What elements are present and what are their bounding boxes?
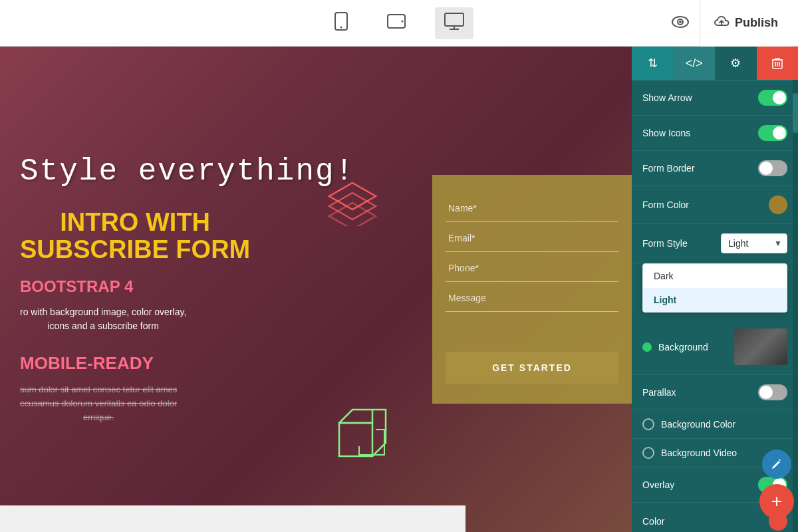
canvas-background: Style everything! INTRO WITH SUBSCRIBE F…	[0, 47, 632, 532]
desktop-view-button[interactable]	[435, 7, 473, 39]
form-border-label: Form Border	[642, 163, 695, 174]
message-field[interactable]	[446, 285, 618, 312]
svg-point-3	[402, 20, 404, 22]
form-color-label: Form Color	[642, 200, 689, 210]
settings-button[interactable]: ⚙	[715, 47, 757, 80]
parallax-row: Parallax	[632, 375, 798, 410]
show-arrow-row: Show Arrow	[632, 80, 798, 116]
dropdown-open-area: Dark Light	[632, 263, 798, 319]
code-button[interactable]: </>	[674, 47, 716, 80]
background-thumbnail[interactable]	[734, 329, 787, 365]
cloud-upload-icon	[714, 15, 730, 31]
dropdown-dark-option[interactable]: Dark	[643, 264, 787, 288]
form-color-swatch[interactable]	[769, 196, 787, 214]
svg-point-10	[679, 21, 682, 23]
delete-button[interactable]	[757, 47, 799, 80]
parallax-label: Parallax	[642, 387, 676, 398]
heading-style-everything: Style everything!	[20, 154, 354, 189]
device-toolbar	[325, 7, 473, 40]
form-style-row: Form Style Light Dark ▼	[632, 224, 798, 263]
color-label: Color	[642, 516, 664, 527]
header-right: Publish	[672, 0, 798, 47]
mobile-ready-label: MOBILE-READY	[20, 353, 154, 374]
overlay-label: Overlay	[642, 479, 674, 490]
subscribe-form: GET STARTED	[432, 175, 632, 404]
background-indicator	[642, 342, 652, 352]
publish-label: Publish	[735, 16, 778, 30]
panel-action-bar: ⇅ </> ⚙	[632, 47, 798, 80]
background-color-label: Background Color	[661, 419, 735, 430]
sort-button[interactable]: ⇅	[632, 47, 674, 80]
panel-scrollbar[interactable]	[793, 80, 798, 532]
email-field[interactable]	[446, 225, 618, 252]
publish-button[interactable]: Publish	[700, 0, 791, 47]
lorem-text: sum dolor sit amet consec tetur elit ame…	[20, 383, 177, 424]
layers-icon	[326, 180, 379, 229]
form-style-select-wrapper: Light Dark ▼	[721, 233, 787, 253]
box-icon	[332, 403, 392, 466]
canvas-content: Style everything! INTRO WITH SUBSCRIBE F…	[0, 47, 632, 532]
edit-fab-button[interactable]	[762, 450, 791, 479]
parallax-toggle[interactable]	[758, 384, 787, 400]
phone-field[interactable]	[446, 255, 618, 282]
form-style-dropdown: Dark Light	[642, 263, 787, 313]
form-color-row: Form Color	[632, 186, 798, 224]
background-color-row: Background Color	[632, 410, 798, 439]
bottom-bar	[0, 505, 466, 532]
settings-panel: ⇅ </> ⚙ Show Arrow	[632, 47, 798, 532]
bootstrap-label: BOOTSTRAP 4	[20, 277, 133, 296]
show-arrow-toggle[interactable]	[758, 90, 787, 106]
background-video-label: Background Video	[661, 448, 737, 458]
name-field[interactable]	[446, 195, 618, 222]
svg-marker-12	[329, 193, 376, 219]
background-color-radio[interactable]	[642, 418, 654, 430]
show-icons-label: Show Icons	[642, 128, 690, 138]
header: Publish	[0, 0, 798, 47]
main: Style everything! INTRO WITH SUBSCRIBE F…	[0, 47, 798, 532]
form-border-toggle[interactable]	[758, 160, 787, 176]
canvas-area: Style everything! INTRO WITH SUBSCRIBE F…	[0, 47, 632, 532]
background-label: Background	[658, 342, 708, 352]
tablet-view-button[interactable]	[378, 8, 415, 39]
svg-marker-11	[329, 183, 376, 209]
svg-point-1	[340, 26, 342, 28]
svg-rect-14	[339, 423, 372, 456]
show-arrow-label: Show Arrow	[642, 92, 692, 103]
intro-title: INTRO WITH SUBSCRIBE FORM	[20, 209, 250, 265]
background-video-radio[interactable]	[642, 447, 654, 459]
dropdown-light-option[interactable]: Light	[643, 288, 787, 312]
description: ro with background image, color overlay,…	[20, 305, 186, 333]
preview-button[interactable]	[672, 15, 689, 32]
form-style-label: Form Style	[642, 238, 688, 249]
form-border-row: Form Border	[632, 151, 798, 186]
background-row: Background	[632, 319, 798, 375]
panel-scrollbar-thumb[interactable]	[793, 93, 798, 133]
add-fab-button[interactable]: +	[759, 484, 794, 519]
get-started-button[interactable]: GET STARTED	[446, 352, 618, 384]
show-icons-row: Show Icons	[632, 116, 798, 151]
form-style-select[interactable]: Light Dark	[721, 233, 787, 253]
mobile-view-button[interactable]	[325, 7, 358, 40]
svg-marker-13	[329, 203, 376, 226]
show-icons-toggle[interactable]	[758, 125, 787, 141]
svg-rect-4	[445, 13, 464, 26]
